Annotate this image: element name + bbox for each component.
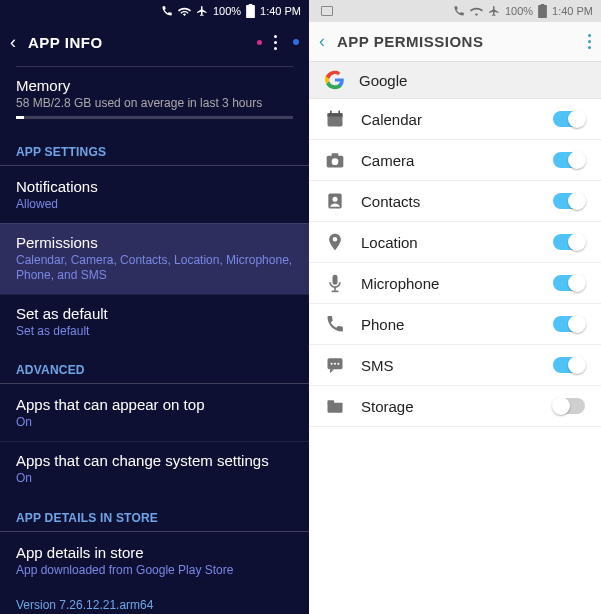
permission-label: SMS bbox=[361, 357, 537, 374]
memory-label: Memory bbox=[16, 77, 293, 94]
more-menu-icon[interactable] bbox=[588, 34, 591, 49]
microphone-icon bbox=[325, 273, 345, 293]
change-settings-sub: On bbox=[16, 471, 293, 487]
app-permissions-screen: 100% 1:40 PM ‹ APP PERMISSIONS Google Ca… bbox=[309, 0, 601, 614]
permission-row-location[interactable]: Location bbox=[309, 222, 601, 263]
permission-label: Microphone bbox=[361, 275, 537, 292]
permission-label: Storage bbox=[361, 398, 537, 415]
permission-row-phone[interactable]: Phone bbox=[309, 304, 601, 345]
airplane-icon bbox=[196, 5, 208, 17]
set-default-sub: Set as default bbox=[16, 324, 293, 340]
set-default-label: Set as default bbox=[16, 305, 293, 322]
storage-icon bbox=[325, 396, 345, 416]
version-text: Version 7.26.12.21.arm64 bbox=[0, 588, 309, 614]
permissions-row[interactable]: Permissions Calendar, Camera, Contacts, … bbox=[0, 223, 309, 294]
app-identity-row: Google bbox=[309, 62, 601, 99]
card-icon bbox=[321, 6, 333, 16]
permission-toggle[interactable] bbox=[553, 316, 585, 332]
store-row[interactable]: App details in store App downloaded from… bbox=[0, 534, 309, 589]
page-title: APP PERMISSIONS bbox=[337, 33, 483, 50]
permission-toggle[interactable] bbox=[553, 234, 585, 250]
status-bar: 100% 1:40 PM bbox=[0, 0, 309, 22]
set-default-row[interactable]: Set as default Set as default bbox=[0, 294, 309, 350]
camera-icon bbox=[325, 150, 345, 170]
permission-toggle[interactable] bbox=[553, 152, 585, 168]
back-icon[interactable]: ‹ bbox=[319, 31, 325, 52]
phone-icon bbox=[325, 314, 345, 334]
permissions-header: ‹ APP PERMISSIONS bbox=[309, 22, 601, 62]
decorative-dots bbox=[293, 39, 299, 45]
permission-toggle[interactable] bbox=[553, 357, 585, 373]
notifications-sub: Allowed bbox=[16, 197, 293, 213]
calendar-icon bbox=[325, 109, 345, 129]
permissions-label: Permissions bbox=[16, 234, 293, 251]
permission-row-contacts[interactable]: Contacts bbox=[309, 181, 601, 222]
permission-label: Calendar bbox=[361, 111, 537, 128]
permission-toggle[interactable] bbox=[553, 111, 585, 127]
memory-bar bbox=[16, 116, 293, 119]
permission-row-sms[interactable]: SMS bbox=[309, 345, 601, 386]
page-title: APP INFO bbox=[28, 34, 103, 51]
appear-on-top-sub: On bbox=[16, 415, 293, 431]
permission-label: Contacts bbox=[361, 193, 537, 210]
permission-row-camera[interactable]: Camera bbox=[309, 140, 601, 181]
store-label: App details in store bbox=[16, 544, 293, 561]
call-icon bbox=[161, 5, 173, 17]
notifications-label: Notifications bbox=[16, 178, 293, 195]
status-bar: 100% 1:40 PM bbox=[309, 0, 601, 22]
permission-label: Camera bbox=[361, 152, 537, 169]
battery-icon bbox=[246, 4, 255, 18]
appear-on-top-row[interactable]: Apps that can appear on top On bbox=[0, 386, 309, 441]
clock: 1:40 PM bbox=[552, 5, 593, 17]
permission-toggle[interactable] bbox=[553, 193, 585, 209]
permissions-list: CalendarCameraContactsLocationMicrophone… bbox=[309, 99, 601, 427]
location-icon bbox=[325, 232, 345, 252]
permission-row-calendar[interactable]: Calendar bbox=[309, 99, 601, 140]
battery-percent: 100% bbox=[505, 5, 533, 17]
section-store: APP DETAILS IN STORE bbox=[0, 497, 309, 532]
memory-row[interactable]: Memory 58 MB/2.8 GB used on average in l… bbox=[0, 67, 309, 131]
app-name: Google bbox=[359, 72, 407, 89]
more-menu-icon[interactable] bbox=[274, 35, 277, 50]
notifications-row[interactable]: Notifications Allowed bbox=[0, 168, 309, 223]
permissions-sub: Calendar, Camera, Contacts, Location, Mi… bbox=[16, 253, 293, 284]
appear-on-top-label: Apps that can appear on top bbox=[16, 396, 293, 413]
permission-label: Location bbox=[361, 234, 537, 251]
section-app-settings: APP SETTINGS bbox=[0, 131, 309, 166]
permission-row-storage[interactable]: Storage bbox=[309, 386, 601, 427]
app-info-header: ‹ APP INFO bbox=[0, 22, 309, 62]
permission-label: Phone bbox=[361, 316, 537, 333]
battery-percent: 100% bbox=[213, 5, 241, 17]
call-icon bbox=[453, 5, 465, 17]
back-icon[interactable]: ‹ bbox=[10, 32, 16, 53]
app-info-screen: 100% 1:40 PM ‹ APP INFO Memory 58 MB/2.8… bbox=[0, 0, 309, 614]
decorative-dots bbox=[257, 40, 262, 45]
wifi-icon bbox=[178, 6, 191, 16]
permission-toggle[interactable] bbox=[553, 398, 585, 414]
change-settings-label: Apps that can change system settings bbox=[16, 452, 293, 469]
battery-icon bbox=[538, 4, 547, 18]
permission-toggle[interactable] bbox=[553, 275, 585, 291]
sms-icon bbox=[325, 355, 345, 375]
contacts-icon bbox=[325, 191, 345, 211]
section-advanced: ADVANCED bbox=[0, 349, 309, 384]
store-sub: App downloaded from Google Play Store bbox=[16, 563, 293, 579]
change-settings-row[interactable]: Apps that can change system settings On bbox=[0, 441, 309, 497]
google-logo-icon bbox=[325, 70, 345, 90]
wifi-icon bbox=[470, 6, 483, 16]
permission-row-microphone[interactable]: Microphone bbox=[309, 263, 601, 304]
memory-sub: 58 MB/2.8 GB used on average in last 3 h… bbox=[16, 96, 293, 110]
airplane-icon bbox=[488, 5, 500, 17]
clock: 1:40 PM bbox=[260, 5, 301, 17]
